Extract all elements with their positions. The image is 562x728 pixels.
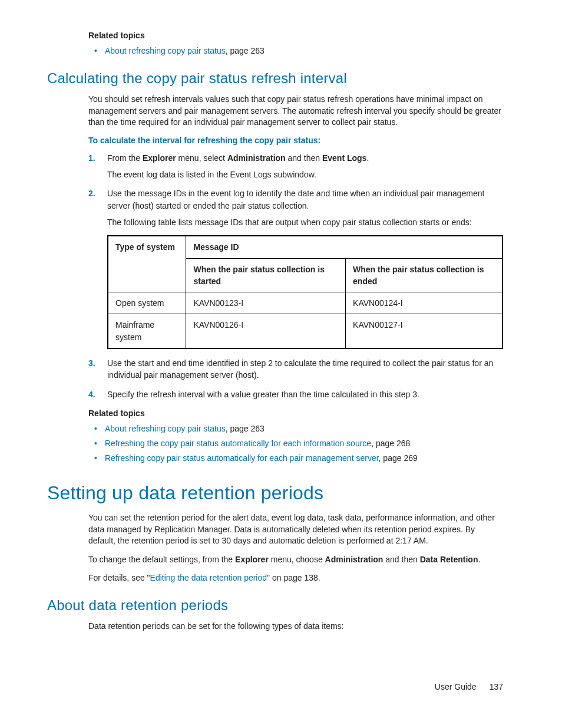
table-row: Open system KAVN00123-I KAVN00124-I	[108, 292, 503, 314]
step-text: Use the message IDs in the event log to …	[107, 189, 485, 210]
related-link[interactable]: About refreshing copy pair status	[105, 424, 226, 433]
section-heading-about-retention: About data retention periods	[47, 597, 503, 614]
step-text: Specify the refresh interval with a valu…	[107, 390, 419, 399]
step-1: From the Explorer menu, select Administr…	[88, 152, 503, 181]
related-suffix: , page 269	[379, 453, 418, 463]
td-start: KAVN00126-I	[186, 314, 346, 348]
related-item: About refreshing copy pair status, page …	[88, 423, 503, 435]
th-msg: Message ID	[186, 236, 503, 258]
step-text: Use the start and end time identified in…	[107, 358, 493, 380]
related-topics-heading: Related topics	[88, 31, 503, 40]
step-subtext: The event log data is listed in the Even…	[107, 169, 503, 180]
td-end: KAVN00124-I	[346, 292, 503, 314]
message-id-table: Type of system Message ID When the pair …	[107, 235, 503, 349]
page-footer: User Guide137	[435, 682, 503, 691]
step-text: From the Explorer menu, select Administr…	[107, 153, 369, 163]
related-topics-list: About refreshing copy pair status, page …	[88, 423, 503, 465]
td-end: KAVN00127-I	[346, 314, 503, 348]
body-text: To change the default settings, from the…	[88, 554, 503, 566]
page: Related topics About refreshing copy pai…	[0, 0, 562, 728]
th-end: When the pair status collection is ended	[346, 258, 503, 292]
related-item: About refreshing copy pair status, page …	[88, 45, 503, 57]
related-item: Refreshing the copy pair status automati…	[88, 437, 503, 450]
page-number: 137	[490, 682, 503, 691]
td-start: KAVN00123-I	[186, 292, 346, 314]
related-suffix: , page 263	[226, 424, 265, 433]
related-topics-heading: Related topics	[88, 409, 503, 418]
body-text: You should set refresh intervals values …	[88, 94, 503, 129]
related-topics-list: About refreshing copy pair status, page …	[88, 45, 503, 57]
related-link[interactable]: About refreshing copy pair status	[105, 46, 226, 55]
content-area: Related topics About refreshing copy pai…	[88, 31, 503, 633]
body-text: Data retention periods can be set for th…	[88, 621, 503, 633]
related-link[interactable]: Refreshing copy pair status automaticall…	[105, 453, 379, 463]
procedure-steps: From the Explorer menu, select Administr…	[88, 152, 503, 400]
related-item: Refreshing copy pair status automaticall…	[88, 452, 503, 465]
td-type: Open system	[108, 292, 186, 314]
related-suffix: , page 263	[226, 46, 265, 55]
inline-link[interactable]: Editing the data retention period	[150, 573, 267, 582]
th-type: Type of system	[108, 236, 186, 292]
th-start: When the pair status collection is start…	[186, 258, 346, 292]
procedure-heading: To calculate the interval for refreshing…	[88, 136, 503, 145]
body-text: You can set the retention period for the…	[88, 512, 503, 547]
step-subtext: The following table lists message IDs th…	[107, 216, 503, 228]
step-3: Use the start and end time identified in…	[88, 357, 503, 381]
table-row: Mainframe system KAVN00126-I KAVN00127-I	[108, 314, 503, 348]
step-4: Specify the refresh interval with a valu…	[88, 388, 503, 400]
section-heading-calculating: Calculating the copy pair status refresh…	[47, 70, 503, 87]
related-link[interactable]: Refreshing the copy pair status automati…	[105, 439, 371, 448]
footer-label: User Guide	[435, 682, 477, 691]
body-text: For details, see "Editing the data reten…	[88, 572, 503, 584]
section-heading-retention: Setting up data retention periods	[47, 482, 503, 504]
td-type: Mainframe system	[108, 314, 186, 348]
related-suffix: , page 268	[371, 439, 410, 448]
step-2: Use the message IDs in the event log to …	[88, 187, 503, 349]
